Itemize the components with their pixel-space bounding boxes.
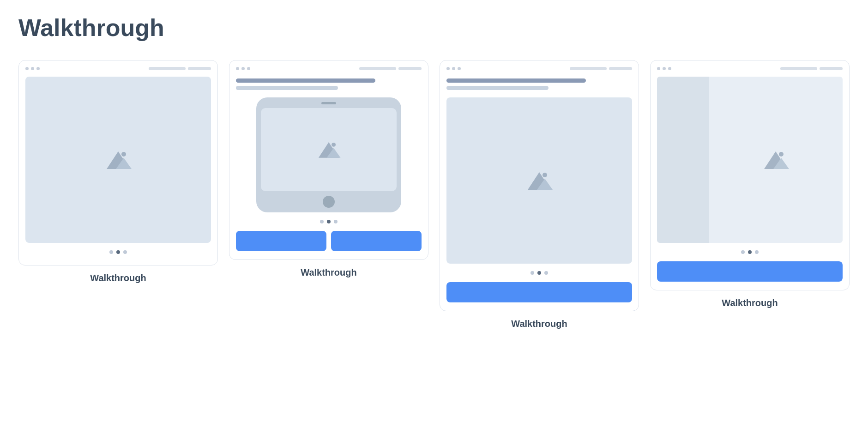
- card-3-header: [446, 77, 632, 93]
- mountain-icon-2: [316, 139, 341, 160]
- card-1-pagination: [25, 247, 211, 257]
- mountain-icon-1: [104, 148, 132, 172]
- card-4-pagination: [657, 247, 843, 257]
- card-2-buttons: [236, 231, 422, 251]
- pag-dot-2-2: [327, 220, 331, 223]
- card-1-image: [25, 77, 211, 243]
- pag-dot-4-1: [741, 250, 745, 254]
- card-1: Walkthrough: [18, 60, 218, 283]
- card-2-topbar: [236, 67, 422, 70]
- topbar-bar-1: [570, 67, 607, 70]
- topbar-bar-2: [820, 67, 843, 70]
- hbar-3-2: [446, 86, 549, 90]
- dot-2: [241, 67, 245, 70]
- card-4-sidebar: [657, 77, 709, 243]
- card-3-topbar: [446, 67, 632, 70]
- topbar-bar-2: [609, 67, 632, 70]
- phone-speaker: [321, 102, 336, 104]
- topbar-bar-1: [149, 67, 186, 70]
- pag-dot-3-2: [537, 271, 541, 275]
- card-2-btn-1[interactable]: [236, 231, 326, 251]
- card-2-btn-2[interactable]: [331, 231, 422, 251]
- card-4: Walkthrough: [650, 60, 850, 308]
- svg-point-8: [542, 173, 547, 177]
- topbar-bar-1: [780, 67, 817, 70]
- phone-home-btn: [323, 196, 335, 208]
- svg-point-11: [779, 152, 784, 157]
- mountain-icon-4: [762, 148, 790, 172]
- hbar-3-1: [446, 78, 586, 83]
- pag-dot-2-1: [320, 220, 324, 223]
- pag-dot-2-3: [334, 220, 338, 223]
- svg-point-5: [332, 143, 336, 147]
- dot-2: [452, 67, 455, 70]
- svg-point-2: [121, 152, 126, 157]
- phone-screen: [261, 108, 397, 191]
- pag-dot-4-3: [755, 250, 759, 254]
- card-3-label: Walkthrough: [511, 319, 567, 329]
- card-1-topbar: [25, 67, 211, 70]
- card-4-label: Walkthrough: [722, 298, 778, 308]
- pag-dot-3-3: [544, 271, 548, 275]
- dot-1: [657, 67, 660, 70]
- cards-container: Walkthrough: [18, 60, 850, 329]
- dot-3: [36, 67, 40, 70]
- dot-3: [668, 67, 671, 70]
- card-3-image: [446, 97, 632, 264]
- card-4-buttons: [657, 261, 843, 282]
- dot-3: [458, 67, 461, 70]
- card-2: Walkthrough: [229, 60, 428, 278]
- pag-dot-1-2: [116, 250, 120, 254]
- topbar-bar-1: [359, 67, 396, 70]
- card-2-label: Walkthrough: [301, 267, 356, 278]
- dot-1: [236, 67, 239, 70]
- card-4-main: [709, 77, 843, 243]
- dot-1: [446, 67, 450, 70]
- page-title: Walkthrough: [18, 14, 850, 42]
- dot-2: [31, 67, 34, 70]
- pag-dot-1-1: [109, 250, 113, 254]
- card-3-pagination: [446, 268, 632, 277]
- dot-1: [25, 67, 29, 70]
- hbar-2-2: [236, 86, 338, 90]
- card-4-btn-1[interactable]: [657, 261, 843, 282]
- card-3-frame: [440, 60, 639, 311]
- dot-3: [247, 67, 250, 70]
- card-4-inner: [657, 77, 843, 243]
- card-4-frame: [650, 60, 850, 290]
- card-3-buttons: [446, 282, 632, 302]
- dot-2: [663, 67, 666, 70]
- mountain-icon-3: [525, 169, 553, 193]
- topbar-bar-2: [398, 67, 422, 70]
- card-2-header: [236, 77, 422, 93]
- pag-dot-3-1: [530, 271, 534, 275]
- pag-dot-4-2: [748, 250, 752, 254]
- pag-dot-1-3: [123, 250, 127, 254]
- hbar-2-1: [236, 78, 375, 83]
- card-2-frame: [229, 60, 428, 260]
- card-4-topbar: [657, 67, 843, 70]
- topbar-bar-2: [188, 67, 211, 70]
- card-1-label: Walkthrough: [90, 273, 146, 283]
- card-3-btn-1[interactable]: [446, 282, 632, 302]
- card-2-pagination: [236, 217, 422, 226]
- card-3: Walkthrough: [440, 60, 639, 329]
- card-1-frame: [18, 60, 218, 265]
- phone-mockup: [256, 97, 401, 212]
